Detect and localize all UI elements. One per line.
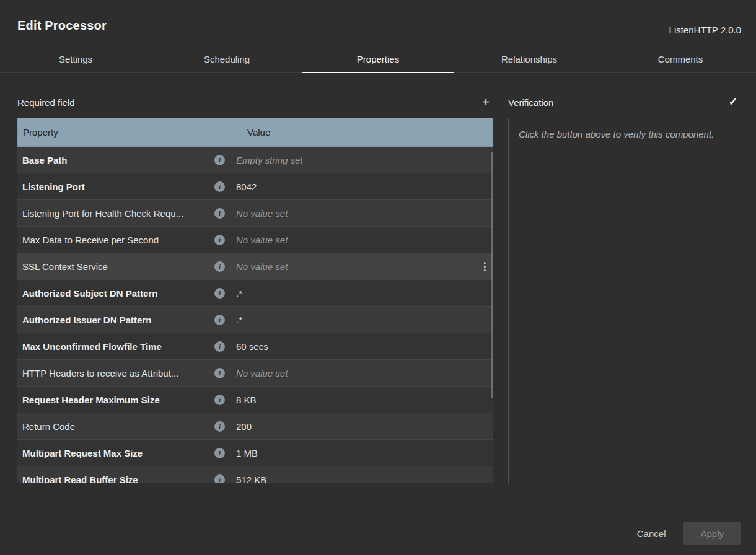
apply-button[interactable]: Apply xyxy=(683,522,741,545)
info-icon[interactable]: i xyxy=(214,341,225,352)
property-value[interactable]: 8042 xyxy=(225,181,493,192)
table-row[interactable]: Listening Porti8042 xyxy=(17,173,493,200)
table-row[interactable]: Return Codei200 xyxy=(17,413,493,440)
property-value[interactable]: Empty string set xyxy=(225,155,493,165)
property-name: Listening Port xyxy=(17,181,214,192)
tab-properties[interactable]: Properties xyxy=(302,48,454,72)
property-name: Return Code xyxy=(17,421,214,432)
table-scrollbar[interactable] xyxy=(491,152,493,398)
processor-version: ListenHTTP 2.0.0 xyxy=(669,25,741,35)
property-name: HTTP Headers to receive as Attribut... xyxy=(17,368,214,378)
properties-section-header: Required field + xyxy=(17,94,493,110)
table-row[interactable]: SSL Context ServiceiNo value set⋮ xyxy=(17,253,493,280)
properties-column: Required field + Property Value Base Pat… xyxy=(17,94,493,484)
property-name: Multipart Read Buffer Size xyxy=(17,474,214,484)
property-value[interactable]: .* xyxy=(225,315,493,325)
property-value[interactable]: No value set xyxy=(225,208,493,219)
cancel-button[interactable]: Cancel xyxy=(635,523,669,544)
verification-section-header: Verification ✓ xyxy=(508,94,741,110)
info-icon[interactable]: i xyxy=(214,315,225,325)
properties-table: Property Value Base PathiEmpty string se… xyxy=(17,118,493,483)
column-header-property: Property xyxy=(18,127,236,138)
table-row[interactable]: Multipart Request Max Sizei1 MB xyxy=(17,440,493,466)
property-value[interactable]: 1 MB xyxy=(225,448,493,458)
property-value[interactable]: 60 secs xyxy=(225,341,493,352)
property-value[interactable]: 8 KB xyxy=(225,395,493,405)
info-icon[interactable]: i xyxy=(214,155,225,165)
tab-relationships[interactable]: Relationships xyxy=(454,48,605,72)
table-row[interactable]: Base PathiEmpty string set xyxy=(17,147,493,173)
info-icon[interactable]: i xyxy=(214,181,225,192)
property-name: Authorized Issuer DN Pattern xyxy=(17,315,214,325)
info-icon[interactable]: i xyxy=(214,448,225,458)
property-name: Listening Port for Health Check Requ... xyxy=(17,208,214,219)
table-row[interactable]: Max Data to Receive per SecondiNo value … xyxy=(17,227,493,253)
info-icon[interactable]: i xyxy=(214,474,225,484)
required-field-label: Required field xyxy=(17,97,75,108)
property-value[interactable]: No value set xyxy=(225,368,493,378)
property-value[interactable]: .* xyxy=(225,288,493,299)
info-icon[interactable]: i xyxy=(214,208,225,219)
table-row[interactable]: HTTP Headers to receive as Attribut...iN… xyxy=(17,360,493,387)
verify-button[interactable]: ✓ xyxy=(725,96,741,108)
property-name: Authorized Subject DN Pattern xyxy=(17,288,214,299)
tab-bar: SettingsSchedulingPropertiesRelationship… xyxy=(0,48,756,73)
table-row[interactable]: Listening Port for Health Check Requ...i… xyxy=(17,200,493,227)
tab-settings[interactable]: Settings xyxy=(0,48,151,72)
table-header-row: Property Value xyxy=(17,118,493,147)
table-row[interactable]: Authorized Subject DN Patterni.* xyxy=(17,280,493,307)
property-value[interactable]: No value set xyxy=(225,235,493,245)
property-name: Multipart Request Max Size xyxy=(17,448,214,458)
page-title: Edit Processor xyxy=(17,19,741,33)
table-row[interactable]: Authorized Issuer DN Patterni.* xyxy=(17,307,493,333)
property-value[interactable]: 512 KB xyxy=(225,474,493,484)
info-icon[interactable]: i xyxy=(214,395,225,405)
column-header-value: Value xyxy=(236,127,270,138)
property-name: Base Path xyxy=(17,155,214,165)
verification-title: Verification xyxy=(508,97,553,108)
verification-message: Click the button above to verify this co… xyxy=(519,129,714,139)
property-name: Max Data to Receive per Second xyxy=(17,235,214,245)
table-body: Base PathiEmpty string setListening Port… xyxy=(17,147,493,483)
table-row[interactable]: Request Header Maximum Sizei8 KB xyxy=(17,387,493,413)
tab-scheduling[interactable]: Scheduling xyxy=(151,48,302,72)
add-property-button[interactable]: + xyxy=(478,96,493,108)
tab-comments[interactable]: Comments xyxy=(605,48,756,72)
property-name: Request Header Maximum Size xyxy=(17,395,214,405)
info-icon[interactable]: i xyxy=(214,235,225,245)
property-value[interactable]: No value set xyxy=(225,261,476,272)
dialog-footer: Cancel Apply xyxy=(635,522,741,545)
dialog-content: Required field + Property Value Base Pat… xyxy=(0,73,756,484)
property-name: Max Unconfirmed Flowfile Time xyxy=(17,341,214,352)
info-icon[interactable]: i xyxy=(214,421,225,432)
info-icon[interactable]: i xyxy=(214,368,225,378)
table-row[interactable]: Multipart Read Buffer Sizei512 KB xyxy=(17,466,493,483)
table-row[interactable]: Max Unconfirmed Flowfile Timei60 secs xyxy=(17,333,493,360)
property-name: SSL Context Service xyxy=(17,261,214,272)
dialog-header: Edit Processor ListenHTTP 2.0.0 xyxy=(0,0,756,48)
property-value[interactable]: 200 xyxy=(225,421,493,432)
info-icon[interactable]: i xyxy=(214,261,225,272)
info-icon[interactable]: i xyxy=(214,288,225,299)
verification-column: Verification ✓ Click the button above to… xyxy=(508,94,741,484)
verification-panel: Click the button above to verify this co… xyxy=(508,118,741,484)
